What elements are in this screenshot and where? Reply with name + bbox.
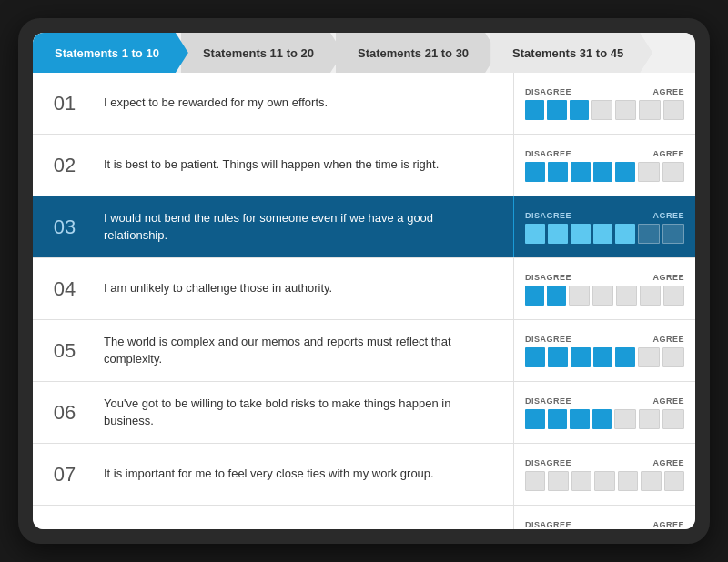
row-text: You've got to be willing to take bold ri… xyxy=(96,382,513,443)
statement-row: 04I am unlikely to challenge those in au… xyxy=(33,258,695,320)
rating-bar xyxy=(639,100,660,120)
row-text: It is very important that people respect… xyxy=(96,506,513,529)
rating-bar xyxy=(570,100,589,120)
rating-bars xyxy=(525,409,684,429)
rating-bar xyxy=(525,409,545,429)
rating-bar xyxy=(593,162,613,182)
rating-bar xyxy=(614,409,636,429)
row-rating: DISAGREEAGREE xyxy=(513,196,695,257)
disagree-label: DISAGREE xyxy=(525,273,571,282)
agree-label: AGREE xyxy=(652,335,684,344)
agree-label: AGREE xyxy=(652,211,684,220)
rating-bar xyxy=(525,162,545,182)
rating-bar xyxy=(638,224,660,244)
row-rating: DISAGREEAGREE xyxy=(513,320,695,381)
statement-row: 06You've got to be willing to take bold … xyxy=(33,382,695,444)
row-number: 02 xyxy=(33,135,96,196)
statement-row: 02It is best to be patient. Things will … xyxy=(33,135,695,196)
agree-label: AGREE xyxy=(652,458,684,467)
tab-tab3[interactable]: Statements 21 to 30 xyxy=(336,33,498,73)
rating-labels: DISAGREEAGREE xyxy=(525,335,684,344)
rating-bars xyxy=(525,286,684,306)
tab-tab4[interactable]: Statements 31 to 45 xyxy=(490,33,652,73)
tablet-frame: Statements 1 to 10Statements 11 to 20Sta… xyxy=(18,18,710,544)
rating-bar xyxy=(592,409,612,429)
rating-labels: DISAGREEAGREE xyxy=(525,396,684,406)
row-number: 06 xyxy=(33,382,96,443)
tablet-screen: Statements 1 to 10Statements 11 to 20Sta… xyxy=(33,33,695,529)
rating-bar xyxy=(615,224,635,244)
disagree-label: DISAGREE xyxy=(525,87,571,96)
rating-bar xyxy=(664,471,684,491)
rating-labels: DISAGREEAGREE xyxy=(525,458,684,467)
rating-bars xyxy=(525,471,684,491)
row-text: It is best to be patient. Things will ha… xyxy=(96,135,513,196)
tab-tab1[interactable]: Statements 1 to 10 xyxy=(33,33,188,73)
rating-bar xyxy=(525,347,545,367)
disagree-label: DISAGREE xyxy=(525,149,571,158)
agree-label: AGREE xyxy=(652,87,684,96)
row-text: I am unlikely to challenge those in auth… xyxy=(96,258,513,319)
rating-bar xyxy=(662,409,684,429)
rating-bar xyxy=(594,471,614,491)
rating-bars xyxy=(525,224,684,244)
content-area: 01I expect to be rewarded for my own eff… xyxy=(33,73,695,529)
agree-label: AGREE xyxy=(652,273,684,282)
rating-bar xyxy=(571,347,591,367)
statements-list: 01I expect to be rewarded for my own eff… xyxy=(33,73,695,529)
row-number: 04 xyxy=(33,258,96,319)
row-rating: DISAGREEAGREE xyxy=(513,73,695,134)
rating-bar xyxy=(525,471,545,491)
tab-navigation: Statements 1 to 10Statements 11 to 20Sta… xyxy=(33,33,695,73)
row-number: 01 xyxy=(33,73,96,134)
statement-row: 05The world is complex and our memos and… xyxy=(33,320,695,382)
rating-bar xyxy=(525,100,544,120)
rating-bars xyxy=(525,162,684,182)
rating-bar xyxy=(662,224,684,244)
rating-bar xyxy=(641,471,661,491)
rating-bar xyxy=(548,224,568,244)
row-text: It is important for me to feel very clos… xyxy=(96,444,513,505)
rating-bar xyxy=(525,286,544,306)
rating-bar xyxy=(638,347,660,367)
row-rating: DISAGREEAGREE xyxy=(513,382,695,443)
rating-bar xyxy=(662,162,684,182)
row-number: 05 xyxy=(33,320,96,381)
rating-labels: DISAGREEAGREE xyxy=(525,273,684,282)
row-text: The world is complex and our memos and r… xyxy=(96,320,513,381)
rating-bar xyxy=(593,224,613,244)
row-rating: DISAGREEAGREE xyxy=(513,258,695,319)
rating-bar xyxy=(615,100,636,120)
row-text: I expect to be rewarded for my own effor… xyxy=(96,73,513,134)
rating-bar xyxy=(616,286,637,306)
statement-row: 01I expect to be rewarded for my own eff… xyxy=(33,73,695,135)
rating-bar xyxy=(615,347,635,367)
rating-bar xyxy=(571,471,592,491)
row-rating: DISAGREEAGREE xyxy=(513,444,695,505)
agree-label: AGREE xyxy=(652,396,684,406)
rating-labels: DISAGREEAGREE xyxy=(525,520,684,529)
statement-row: 08It is very important that people respe… xyxy=(33,506,695,529)
rating-bar xyxy=(663,286,684,306)
row-rating: DISAGREEAGREE xyxy=(513,135,695,196)
row-rating: DISAGREEAGREE xyxy=(513,506,695,529)
disagree-label: DISAGREE xyxy=(525,458,571,467)
row-text: I would not bend the rules for someone e… xyxy=(96,196,513,257)
rating-bar xyxy=(663,100,684,120)
rating-bar xyxy=(547,286,566,306)
disagree-label: DISAGREE xyxy=(525,396,571,406)
rating-bar xyxy=(569,286,590,306)
tab-tab2[interactable]: Statements 11 to 20 xyxy=(181,33,343,73)
rating-bar xyxy=(593,347,613,367)
rating-bar xyxy=(618,471,638,491)
row-number: 08 xyxy=(33,506,96,529)
row-number: 07 xyxy=(33,444,96,505)
rating-bar xyxy=(570,409,590,429)
statement-row: 03I would not bend the rules for someone… xyxy=(33,196,695,258)
rating-labels: DISAGREEAGREE xyxy=(525,211,684,220)
disagree-label: DISAGREE xyxy=(525,211,571,220)
statement-row: 07It is important for me to feel very cl… xyxy=(33,444,695,506)
rating-bar xyxy=(547,100,566,120)
rating-bars xyxy=(525,347,684,367)
rating-bars xyxy=(525,100,684,120)
